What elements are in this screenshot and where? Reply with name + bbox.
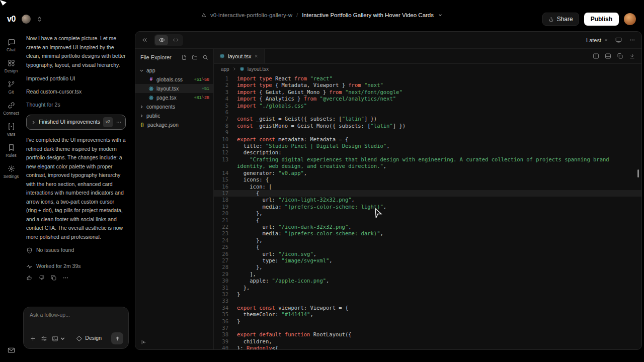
rail-item-rules[interactable]: Rules — [1, 142, 21, 160]
rail-item-chat[interactable]: Chat — [1, 36, 21, 54]
line-number: 2 — [214, 82, 237, 88]
split-editor-icon[interactable] — [593, 53, 599, 59]
tree-file-package.json[interactable]: {}package.json — [135, 120, 213, 129]
line-number: 15 — [214, 176, 237, 183]
line-number: 11 — [214, 143, 237, 149]
project-name[interactable]: v0-interactive-portfolio-gallery-w — [210, 12, 292, 18]
share-button[interactable]: Share — [542, 13, 579, 26]
workspace-switcher-icon[interactable] — [37, 16, 42, 22]
status-no-issues: No issues found — [26, 243, 126, 257]
tree-file-layout.tsx[interactable]: layout.tsx+51 — [135, 84, 213, 93]
line-content: import type { Metadata, Viewport } from … — [237, 82, 641, 88]
code-line-18: 18 url: "/icon-light-32x32.png", — [214, 197, 641, 203]
attach-plus-icon[interactable] — [30, 335, 36, 342]
code-view-button[interactable] — [169, 35, 182, 45]
rules-icon — [8, 144, 15, 151]
line-content: const _geistMono = Geist_Mono({ subsets:… — [237, 123, 641, 129]
panel-more-icon[interactable] — [629, 37, 635, 43]
code-line-30: 30 apple: "/apple-icon.png", — [214, 278, 641, 284]
scrollbar-thumb[interactable] — [637, 169, 639, 177]
status-worked-time: Worked for 2m 39s — [26, 259, 126, 274]
line-content: title: "Studio Pixel | Digital Design St… — [237, 143, 641, 149]
send-button[interactable] — [111, 332, 123, 344]
more-actions-icon[interactable] — [62, 275, 69, 281]
rail-item-vars[interactable]: Vars — [1, 121, 21, 139]
feedback-mail-icon[interactable] — [8, 346, 15, 354]
tree-folder-app[interactable]: app — [135, 66, 213, 75]
user-avatar[interactable] — [624, 13, 636, 25]
tree-file-page.tsx[interactable]: page.tsx+81/-28 — [135, 93, 213, 102]
tree-folder-public[interactable]: public — [135, 111, 213, 120]
line-number: 3 — [214, 89, 237, 96]
assistant-message: Now I have a complete picture. Let me cr… — [26, 34, 126, 69]
device-preview-icon[interactable] — [615, 37, 622, 43]
line-content: } — [237, 291, 641, 298]
tab-layout-tsx[interactable]: layout.tsx — [214, 49, 265, 63]
chevron-down-icon[interactable] — [438, 13, 443, 18]
breadcrumb-separator: / — [296, 12, 298, 18]
chat-title[interactable]: Interactive Portfolio Gallery with Hover… — [302, 12, 434, 18]
settings-sliders-icon[interactable] — [41, 335, 47, 342]
download-icon[interactable] — [629, 53, 635, 59]
rail-item-settings[interactable]: Settings — [1, 163, 21, 181]
copy-icon[interactable] — [50, 275, 57, 281]
line-number: 34 — [214, 305, 237, 311]
image-attach-icon[interactable] — [52, 335, 66, 342]
code-line-24: 24 }, — [214, 237, 641, 244]
design-mode-button[interactable]: Design — [76, 334, 102, 343]
breadcrumb: v0-interactive-portfolio-gallery-w / Int… — [201, 12, 443, 18]
line-number: 37 — [214, 325, 237, 331]
code-line-6: 6 — [214, 109, 641, 116]
new-file-icon[interactable] — [181, 54, 187, 60]
publish-button[interactable]: Publish — [584, 13, 619, 26]
line-content: { — [237, 217, 641, 224]
task-card-finished-ui-improvements[interactable]: Finished UI improvements v2 — [26, 115, 126, 130]
message-actions — [26, 275, 126, 281]
topbar: v0 v0-interactive-portfolio-gallery-w / … — [0, 0, 644, 31]
rail-item-connect[interactable]: Connect — [1, 100, 21, 118]
breadcrumb-file[interactable]: layout.tsx — [248, 66, 269, 72]
line-content — [237, 298, 641, 304]
line-number: 14 — [214, 170, 237, 176]
chat-step[interactable]: Improved portfolio UI — [26, 72, 126, 85]
code-line-29: 29 ], — [214, 271, 641, 278]
line-number: 32 — [214, 291, 237, 298]
followup-input[interactable] — [30, 312, 123, 318]
tree-folder-components[interactable]: components — [135, 102, 213, 111]
search-icon[interactable] — [202, 54, 208, 60]
code-line-26: 26 url: "/icon.svg", — [214, 251, 641, 257]
code-line-13: 13 "Crafting digital experiences that bl… — [214, 156, 641, 170]
code-lines: 1import type React from "react"2import t… — [214, 75, 641, 349]
v0-logo[interactable]: v0 — [7, 15, 16, 24]
diff-stats: +51/-58 — [194, 77, 209, 82]
line-number: 21 — [214, 217, 237, 224]
rail-item-git[interactable]: Git — [1, 78, 21, 97]
thumbs-down-icon[interactable] — [38, 275, 45, 281]
close-tab-icon[interactable] — [254, 54, 259, 58]
task-more-icon[interactable] — [116, 119, 122, 125]
breadcrumb-folder[interactable]: app — [221, 66, 229, 72]
workspace-avatar[interactable] — [22, 15, 31, 24]
version-selector[interactable]: Latest — [586, 37, 608, 43]
code-area[interactable]: 1import type React from "react"2import t… — [214, 74, 641, 349]
rail-item-design[interactable]: Design — [1, 57, 21, 75]
copy-file-icon[interactable] — [617, 53, 623, 59]
line-number: 9 — [214, 129, 237, 136]
line-content: }: Readonly<{ — [237, 345, 641, 349]
thumbs-up-icon[interactable] — [26, 275, 33, 281]
code-line-28: 28 }, — [214, 264, 641, 270]
line-content: import "./globals.css" — [237, 103, 641, 109]
chat-step[interactable]: Read custom-cursor.tsx — [26, 85, 126, 99]
preview-eye-button[interactable] — [155, 35, 168, 45]
code-line-34: 34export const viewport: Viewport = { — [214, 305, 641, 311]
chat-step[interactable]: Thought for 2s — [26, 99, 126, 112]
line-content: { — [237, 244, 641, 250]
panel-layout-icon[interactable] — [605, 53, 611, 59]
chevrons-left-icon[interactable] — [141, 37, 148, 43]
line-number: 40 — [214, 345, 237, 349]
new-folder-icon[interactable] — [192, 54, 198, 60]
line-content: media: "(prefers-color-scheme: dark)", — [237, 230, 641, 237]
collapse-sidebar-icon[interactable] — [140, 339, 147, 345]
followup-composer: Design — [23, 307, 129, 349]
tree-file-globals.css[interactable]: #globals.css+51/-58 — [135, 75, 213, 84]
